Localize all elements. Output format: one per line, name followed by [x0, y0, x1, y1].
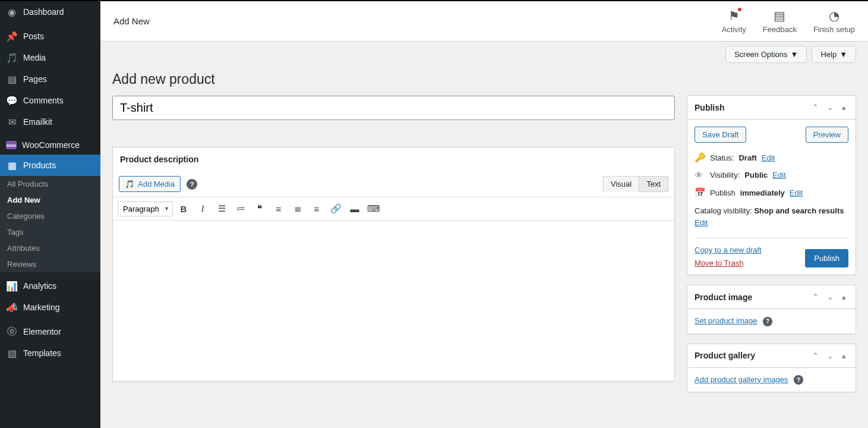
- help-icon[interactable]: ?: [763, 317, 772, 326]
- sub-add-new[interactable]: Add New: [0, 192, 100, 208]
- menu-analytics[interactable]: 📊Analytics: [0, 275, 100, 297]
- menu-posts[interactable]: 📌Posts: [0, 26, 100, 47]
- sub-tags[interactable]: Tags: [0, 224, 100, 240]
- align-right-button[interactable]: ≡: [308, 200, 325, 217]
- media-icon: 🎵: [6, 52, 18, 64]
- menu-woocommerce[interactable]: wooWooCommerce: [0, 136, 100, 155]
- menu-label: WooCommerce: [22, 140, 80, 150]
- align-left-button[interactable]: ≡: [270, 200, 287, 217]
- menu-templates[interactable]: ▧Templates: [0, 342, 100, 364]
- sub-reviews[interactable]: Reviews: [0, 256, 100, 272]
- toolbar-toggle-button[interactable]: ⌨: [365, 200, 382, 217]
- move-down-icon[interactable]: ⌄: [825, 291, 836, 303]
- progress-icon: ◔: [829, 9, 839, 23]
- product-gallery-panel: Product gallery ⌃⌄▴ Add product gallery …: [687, 344, 856, 393]
- pages-icon: ▤: [6, 73, 18, 85]
- toggle-icon[interactable]: ▴: [839, 291, 848, 303]
- menu-comments[interactable]: 💬Comments: [0, 90, 100, 111]
- toggle-icon[interactable]: ▴: [839, 102, 848, 113]
- media-icon: 🎵: [125, 180, 134, 188]
- product-image-heading: Product image: [695, 292, 752, 302]
- dashboard-icon: ◉: [6, 6, 18, 18]
- publish-heading: Publish: [695, 103, 725, 112]
- page-title: Add new product: [112, 71, 675, 87]
- flag-icon: ⚑: [728, 9, 740, 23]
- menu-elementor[interactable]: ⓔElementor: [0, 321, 100, 342]
- woo-icon: woo: [6, 141, 17, 149]
- sub-all-products[interactable]: All Products: [0, 176, 100, 192]
- products-icon: ▦: [6, 159, 18, 171]
- visual-tab[interactable]: Visual: [603, 176, 639, 192]
- activity-button[interactable]: ⚑Activity: [722, 9, 746, 34]
- paragraph-select[interactable]: Paragraph: [118, 202, 173, 216]
- bullet-list-button[interactable]: ☰: [213, 200, 230, 217]
- preview-button[interactable]: Preview: [806, 127, 848, 143]
- product-image-panel: Product image ⌃⌄▴ Set product image ?: [687, 285, 856, 334]
- align-center-button[interactable]: ≣: [289, 200, 306, 217]
- move-up-icon[interactable]: ⌃: [810, 102, 821, 113]
- help-icon[interactable]: ?: [187, 179, 197, 190]
- feedback-icon: ▤: [774, 9, 785, 23]
- admin-sidebar: ◉Dashboard 📌Posts 🎵Media ▤Pages 💬Comment…: [0, 1, 100, 428]
- key-icon: 🔑: [695, 152, 705, 163]
- finish-setup-button[interactable]: ◔Finish setup: [813, 9, 855, 34]
- quote-button[interactable]: ❝: [251, 200, 268, 217]
- description-heading: Product description: [120, 155, 198, 164]
- help-toggle[interactable]: Help ▼: [812, 46, 856, 63]
- menu-dashboard[interactable]: ◉Dashboard: [0, 1, 100, 23]
- move-up-icon[interactable]: ⌃: [810, 291, 821, 303]
- move-up-icon[interactable]: ⌃: [810, 350, 821, 361]
- edit-status-link[interactable]: Edit: [762, 153, 775, 162]
- editor-textarea[interactable]: [113, 221, 674, 381]
- publish-button[interactable]: Publish: [805, 249, 848, 268]
- set-image-link[interactable]: Set product image: [695, 316, 757, 325]
- caret-down-icon: ▼: [839, 50, 847, 59]
- move-trash-link[interactable]: Move to Trash: [695, 259, 762, 268]
- add-gallery-link[interactable]: Add product gallery images: [695, 375, 788, 384]
- menu-marketing[interactable]: 📣Marketing: [0, 297, 100, 318]
- readmore-button[interactable]: ▬: [346, 200, 363, 217]
- menu-pages[interactable]: ▤Pages: [0, 68, 100, 90]
- toggle-icon[interactable]: ▴: [839, 350, 848, 361]
- copy-draft-link[interactable]: Copy to a new draft: [695, 246, 762, 254]
- bold-button[interactable]: B: [175, 200, 192, 217]
- add-media-button[interactable]: 🎵Add Media: [119, 176, 181, 192]
- menu-label: Posts: [23, 32, 44, 41]
- italic-button[interactable]: I: [194, 200, 211, 217]
- save-draft-button[interactable]: Save Draft: [695, 127, 746, 143]
- product-title-input[interactable]: [112, 96, 675, 120]
- calendar-icon: 📅: [695, 187, 705, 198]
- edit-visibility-link[interactable]: Edit: [772, 171, 785, 180]
- caret-down-icon: ▼: [791, 50, 798, 59]
- link-button[interactable]: 🔗: [327, 200, 344, 217]
- sub-categories[interactable]: Categories: [0, 208, 100, 224]
- menu-label: Emailkit: [23, 117, 52, 127]
- sub-attributes[interactable]: Attributes: [0, 240, 100, 256]
- mail-icon: ✉: [6, 116, 18, 128]
- menu-media[interactable]: 🎵Media: [0, 47, 100, 68]
- eye-icon: 👁: [695, 170, 705, 180]
- menu-emailkit[interactable]: ✉Emailkit: [0, 111, 100, 133]
- publish-panel: Publish ⌃⌄▴ Save Draft Preview 🔑Status: …: [687, 95, 856, 275]
- pin-icon: 📌: [6, 30, 18, 42]
- menu-label: Dashboard: [23, 7, 64, 17]
- number-list-button[interactable]: ≔: [232, 200, 249, 217]
- menu-label: Marketing: [23, 303, 59, 312]
- menu-label: Pages: [23, 74, 47, 84]
- breadcrumb-tab: Add New: [113, 12, 150, 30]
- menu-label: Media: [23, 53, 46, 62]
- gallery-heading: Product gallery: [695, 351, 755, 360]
- move-down-icon[interactable]: ⌄: [825, 102, 836, 113]
- feedback-button[interactable]: ▤Feedback: [763, 9, 797, 34]
- edit-catalog-link[interactable]: Edit: [695, 218, 708, 227]
- elementor-icon: ⓔ: [6, 326, 18, 338]
- move-down-icon[interactable]: ⌄: [825, 350, 836, 361]
- edit-date-link[interactable]: Edit: [790, 188, 803, 197]
- menu-label: Elementor: [23, 327, 61, 336]
- menu-products[interactable]: ▦Products: [0, 155, 100, 176]
- screen-options-toggle[interactable]: Screen Options ▼: [725, 46, 807, 63]
- text-tab[interactable]: Text: [639, 176, 668, 192]
- main-content: Add New ⚑Activity ▤Feedback ◔Finish setu…: [100, 1, 868, 428]
- comment-icon: 💬: [6, 95, 18, 106]
- help-icon[interactable]: ?: [794, 375, 803, 385]
